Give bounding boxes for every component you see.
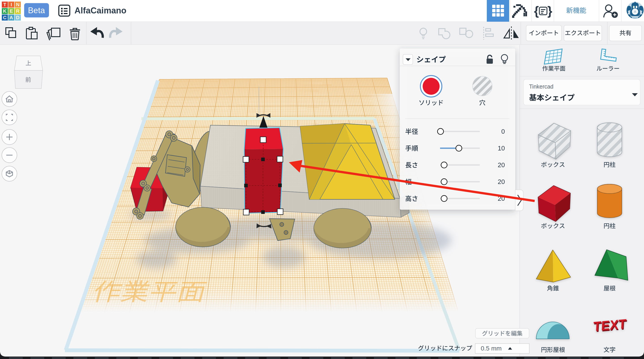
- svg-text:}: }: [548, 4, 552, 18]
- svg-text:10: 10: [498, 145, 505, 152]
- svg-text:A: A: [10, 15, 13, 20]
- svg-text:20: 20: [498, 162, 505, 168]
- svg-text:R: R: [16, 8, 20, 14]
- svg-text:C: C: [3, 15, 7, 20]
- svg-text:I: I: [10, 2, 12, 8]
- svg-text:0: 0: [501, 128, 505, 135]
- svg-text:{: {: [534, 4, 539, 18]
- svg-text:20: 20: [498, 178, 505, 185]
- svg-text:K: K: [3, 8, 7, 14]
- svg-text:Beta: Beta: [28, 6, 45, 15]
- svg-text:N: N: [16, 2, 20, 8]
- svg-text:E: E: [10, 8, 13, 14]
- svg-text:Tinkercad: Tinkercad: [529, 84, 554, 90]
- svg-text:TEXT: TEXT: [593, 316, 627, 334]
- svg-text:T: T: [3, 2, 6, 8]
- svg-text:AlfaCaimano: AlfaCaimano: [74, 6, 126, 15]
- svg-text:D: D: [16, 15, 20, 20]
- svg-text:0.5 mm: 0.5 mm: [481, 345, 502, 352]
